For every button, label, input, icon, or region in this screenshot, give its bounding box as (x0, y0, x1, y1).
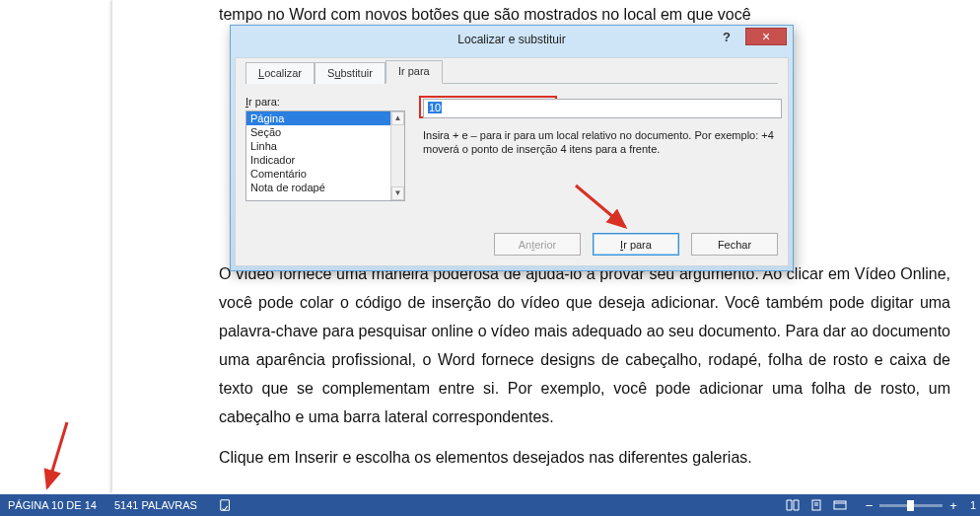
close-button[interactable]: × (745, 28, 787, 45)
close-dialog-button[interactable]: Fechar (691, 233, 778, 256)
paragraph[interactable]: O vídeo fornece uma maneira poderosa de … (219, 259, 950, 431)
tab-goto[interactable]: Ir para (385, 60, 443, 84)
list-item[interactable]: Seção (246, 125, 404, 139)
scroll-down-icon[interactable]: ▼ (391, 186, 404, 200)
zoom-control: − + 1 (863, 498, 976, 513)
zoom-in-button[interactable]: + (946, 498, 960, 513)
goto-listbox[interactable]: Página Seção Linha Indicador Comentário … (245, 111, 405, 201)
dialog-body: Localizar Substituir Ir para Ir para: Pá… (235, 57, 789, 266)
dialog-titlebar[interactable]: Localizar e substituir ? × (231, 26, 793, 53)
zoom-slider-thumb[interactable] (907, 500, 914, 511)
goto-right-column: Insira o nº de página: 10 Insira + e – p… (423, 96, 782, 201)
list-item[interactable]: Linha (246, 139, 404, 153)
status-bar: PÁGINA 10 DE 14 5141 PALAVRAS − + 1 (0, 494, 980, 516)
goto-button[interactable]: Ir para (593, 233, 679, 256)
status-word-count[interactable]: 5141 PALAVRAS (114, 499, 197, 511)
read-mode-icon[interactable] (782, 496, 804, 514)
tab-strip: Localizar Substituir Ir para (245, 58, 778, 84)
goto-list-label: Ir para: (245, 96, 405, 108)
help-button[interactable]: ? (712, 30, 741, 47)
list-item[interactable]: Página (246, 111, 404, 125)
dialog-button-row: Anterior Ir para Fechar (245, 233, 778, 256)
zoom-slider[interactable] (879, 504, 943, 507)
web-layout-icon[interactable] (829, 496, 851, 514)
dialog-title: Localizar e substituir (231, 26, 793, 53)
tab-replace[interactable]: Substituir (315, 62, 385, 84)
page-edge (112, 0, 116, 493)
find-replace-dialog: Localizar e substituir ? × Localizar Sub… (230, 25, 794, 271)
zoom-percent[interactable]: 1 (970, 499, 976, 511)
status-page[interactable]: PÁGINA 10 DE 14 (8, 499, 97, 511)
paragraph[interactable]: Clique em Inserir e escolha os elementos… (219, 443, 950, 472)
proofing-icon[interactable] (215, 496, 237, 514)
tab-underline (443, 83, 778, 84)
page-number-selected-text: 10 (428, 102, 442, 113)
list-item[interactable]: Indicador (246, 153, 404, 167)
list-item[interactable]: Nota de rodapé (246, 181, 404, 194)
previous-button: Anterior (494, 233, 581, 256)
view-switcher (782, 496, 851, 514)
goto-hint-text: Insira + e – para ir para um local relat… (423, 128, 782, 156)
scroll-up-icon[interactable]: ▲ (391, 111, 404, 125)
page-number-input[interactable] (423, 99, 782, 118)
listbox-scrollbar[interactable]: ▲ ▼ (390, 111, 404, 200)
print-layout-icon[interactable] (805, 496, 827, 514)
goto-panel: Ir para: Página Seção Linha Indicador Co… (245, 84, 778, 201)
list-item[interactable]: Comentário (246, 167, 404, 181)
zoom-out-button[interactable]: − (863, 498, 876, 513)
svg-rect-6 (834, 501, 846, 509)
goto-left-column: Ir para: Página Seção Linha Indicador Co… (245, 96, 405, 201)
tab-find[interactable]: Localizar (245, 62, 315, 84)
